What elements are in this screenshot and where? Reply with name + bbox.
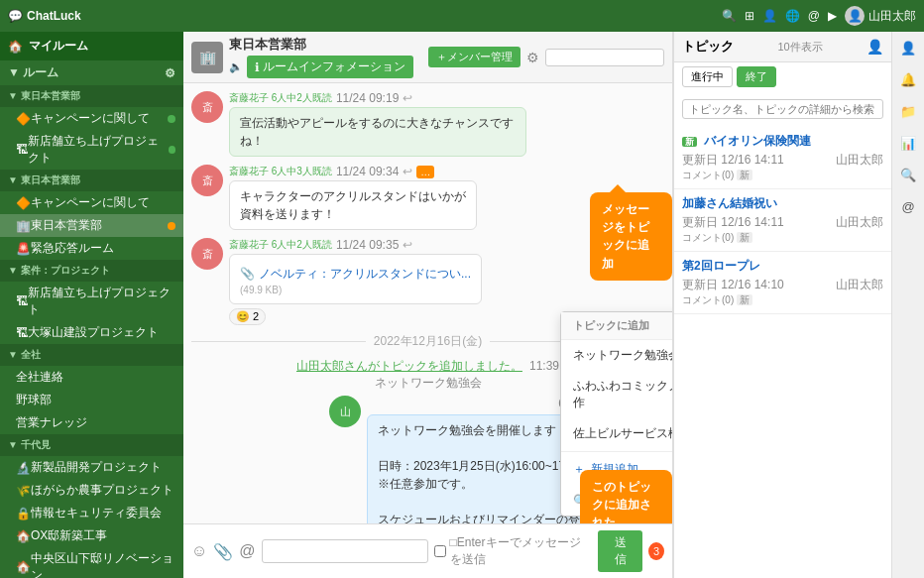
topic-search-input[interactable] bbox=[682, 99, 883, 119]
unread-dot bbox=[169, 146, 175, 154]
reply-icon[interactable]: ↩ bbox=[403, 165, 412, 178]
attachment-icon[interactable]: 📎 bbox=[213, 542, 233, 561]
sidebar-item-renovation[interactable]: 🏠 中央区山下邸リノベーション bbox=[0, 547, 183, 578]
topic-item-comment: コメント(0) 新 bbox=[682, 293, 883, 307]
settings-icon[interactable]: ⚙ bbox=[526, 50, 539, 65]
chat-header-right: ＋メンバー管理 ⚙ bbox=[428, 47, 664, 67]
topic-item[interactable]: 加藤さん結婚祝い 更新日 12/16 14:11 山田太郎 コメント(0) 新 bbox=[674, 189, 891, 252]
topic-panel: トピック 10件表示 👤 進行中 終了 新 バイオリン保険関連 更新日 12/1… bbox=[673, 32, 891, 578]
sidebar-item-ox[interactable]: 🏠 OX邸新築工事 bbox=[0, 524, 183, 547]
right-icon-bell[interactable]: 🔔 bbox=[896, 67, 920, 91]
app-logo: 💬 ChatLuck bbox=[8, 9, 81, 23]
right-panel-icons: 👤 🔔 📁 📊 🔍 @ bbox=[891, 32, 924, 578]
sidebar-item-security[interactable]: 🔒 情報セキュリティ委員会 bbox=[0, 502, 183, 524]
unread-dot bbox=[168, 115, 175, 123]
sidebar-item-emergency[interactable]: 🚨 緊急応答ルーム bbox=[0, 237, 183, 260]
sidebar-item-farm[interactable]: 🌾 ほがらか農事プロジェクト bbox=[0, 479, 183, 502]
topic-item-comment: コメント(0) 新 bbox=[682, 169, 883, 182]
group-all: ▼ 全社 bbox=[0, 344, 183, 366]
room-icon: 🚨 bbox=[16, 242, 31, 256]
system-msg-link[interactable]: 山田太郎さんがトピックを追加しました。 bbox=[296, 359, 522, 373]
member-manage-button[interactable]: ＋メンバー管理 bbox=[428, 47, 520, 67]
attachment[interactable]: 📎 ノベルティ：アクリルスタンドについ... bbox=[240, 265, 471, 283]
room-info-button[interactable]: ℹ ルームインフォメーション bbox=[247, 56, 413, 78]
topic-add-icon[interactable]: … bbox=[416, 166, 434, 178]
topic-item[interactable]: 新 バイオリン保険関連 更新日 12/16 14:11 山田太郎 コメント(0)… bbox=[674, 127, 891, 189]
right-icon-search[interactable]: 🔍 bbox=[896, 163, 920, 186]
room-icon: 🔬 bbox=[16, 461, 31, 475]
right-icon-chart[interactable]: 📊 bbox=[896, 131, 920, 155]
dropdown-item-novelty[interactable]: ふわふわコミックノベルティ制作 bbox=[561, 371, 672, 418]
sender-avatar: 山 bbox=[329, 396, 361, 427]
group-east-japan-2: ▼ 東日本営業部 bbox=[0, 170, 183, 191]
at-mention-icon[interactable]: @ bbox=[239, 542, 255, 560]
read-count-link[interactable]: 斎藤花子 6人中2人既読 bbox=[229, 238, 332, 252]
at-icon[interactable]: @ bbox=[808, 9, 820, 23]
status-done-button[interactable]: 終了 bbox=[737, 66, 776, 87]
user-add-icon[interactable]: 👤 bbox=[866, 39, 883, 55]
sender-avatar: 斎 bbox=[191, 91, 223, 123]
dropdown-item-network[interactable]: ネットワーク勉強会 bbox=[561, 340, 672, 371]
read-count-link[interactable]: 斎藤花子 6人中3人既読 bbox=[229, 165, 332, 178]
sidebar-item-newstore2[interactable]: 🏗 新店舗立ち上げプロジェクト bbox=[0, 282, 183, 321]
home-icon: 🏠 bbox=[8, 40, 23, 54]
search-icon[interactable]: 🔍 bbox=[722, 9, 737, 23]
sidebar-item-construction[interactable]: 🏗 大塚山建設プロジェクト bbox=[0, 321, 183, 344]
room-title-area: 東日本営業部 🔈 ℹ ルームインフォメーション bbox=[229, 36, 413, 78]
room-icon: 🌾 bbox=[16, 484, 31, 498]
top-bar-icons: 🔍 ⊞ 👤 🌐 @ ▶ 👤 山田太郎 bbox=[722, 6, 916, 26]
topic-panel-title: トピック bbox=[682, 38, 734, 56]
new-badge: 新 bbox=[682, 137, 697, 147]
badge-3: 3 bbox=[648, 542, 664, 560]
reply-icon[interactable]: ↩ bbox=[403, 238, 412, 252]
emoji-icon[interactable]: ☺ bbox=[191, 542, 207, 560]
read-count-link[interactable]: 斎藤花子 6人中2人既読 bbox=[229, 91, 332, 105]
top-bar: 💬 ChatLuck 🔍 ⊞ 👤 🌐 @ ▶ 👤 山田太郎 bbox=[0, 0, 924, 32]
chat-area: 🏢 東日本営業部 🔈 ℹ ルームインフォメーション ＋メンバー管理 ⚙ bbox=[183, 32, 673, 578]
grid-icon[interactable]: ⊞ bbox=[745, 9, 754, 23]
chat-search-input[interactable] bbox=[545, 49, 664, 66]
sidebar-item-east-japan[interactable]: 🏢 東日本営業部 bbox=[0, 214, 183, 237]
topic-count: 10件表示 bbox=[777, 40, 822, 55]
right-icon-user[interactable]: 👤 bbox=[896, 36, 920, 59]
message-input[interactable] bbox=[262, 539, 428, 563]
topic-list: 新 バイオリン保険関連 更新日 12/16 14:11 山田太郎 コメント(0)… bbox=[674, 127, 891, 578]
sidebar-item-newstore1[interactable]: 🏗 新店舗立ち上げプロジェクト bbox=[0, 130, 183, 170]
send-button[interactable]: 送信 bbox=[598, 530, 642, 572]
room-icon: 🔶 bbox=[16, 112, 31, 126]
chat-messages[interactable]: 斎 斎藤花子 6人中2人既読 11/24 09:19 ↩ 宣伝活動やアピールをす… bbox=[183, 83, 672, 523]
reply-icon[interactable]: ↩ bbox=[403, 91, 412, 105]
right-icon-at[interactable]: @ bbox=[896, 194, 920, 218]
reaction-button[interactable]: 😊 2 bbox=[229, 308, 266, 325]
status-in-progress-button[interactable]: 進行中 bbox=[682, 66, 733, 87]
arrow-icon[interactable]: ▶ bbox=[828, 9, 837, 23]
sidebar-item-campaign2[interactable]: 🔶 キャンペーンに関して bbox=[0, 191, 183, 214]
sidebar-item-knowledge[interactable]: 営業ナレッジ bbox=[0, 411, 183, 434]
attachment-link[interactable]: ノベルティ：アクリルスタンドについ... bbox=[259, 265, 471, 283]
sidebar-item-newproduct[interactable]: 🔬 新製品開発プロジェクト bbox=[0, 456, 183, 479]
user-menu[interactable]: 👤 山田太郎 bbox=[845, 6, 916, 26]
sidebar-item-campaign1[interactable]: 🔶 キャンペーンに関して bbox=[0, 107, 183, 130]
group-east-japan-1: ▼ 東日本営業部 bbox=[0, 85, 183, 107]
user-icon[interactable]: 👤 bbox=[762, 9, 777, 23]
message-meta: 斎藤花子 6人中2人既読 11/24 09:19 ↩ bbox=[229, 91, 526, 105]
enter-checkbox[interactable] bbox=[434, 545, 446, 557]
topic-item[interactable]: 第2回ロープレ 更新日 12/16 14:10 山田太郎 コメント(0) 新 bbox=[674, 252, 891, 314]
sidebar-rooms-header[interactable]: ▼ ルーム ⚙ bbox=[0, 60, 183, 85]
message-bubble: 📎 ノベルティ：アクリルスタンドについ... (49.9 KB) bbox=[229, 254, 482, 304]
room-title: 東日本営業部 bbox=[229, 36, 413, 54]
sidebar-mailroom[interactable]: 🏠 マイルーム bbox=[0, 32, 183, 60]
sidebar-item-allstaff[interactable]: 全社連絡 bbox=[0, 366, 183, 389]
right-icon-folder[interactable]: 📁 bbox=[896, 99, 920, 123]
room-icon: 🔒 bbox=[16, 507, 31, 520]
sender-avatar: 斎 bbox=[191, 165, 223, 196]
speaker-icon: 🔈 bbox=[229, 60, 243, 73]
room-icon: 🏗 bbox=[16, 326, 28, 340]
globe-icon[interactable]: 🌐 bbox=[785, 9, 800, 23]
sidebar-rooms-gear[interactable]: ⚙ bbox=[165, 66, 175, 80]
dropdown-item-building[interactable]: 佐上ビルサービス様について bbox=[561, 418, 672, 449]
message-bubble: 宣伝活動やアピールをするのに大きなチャンスですね！ bbox=[229, 107, 526, 157]
callout-added-messages: このトピックに追加されたメッセージ bbox=[580, 470, 672, 523]
dropdown-header: トピックに追加 bbox=[561, 312, 672, 340]
sidebar-item-baseball[interactable]: 野球部 bbox=[0, 389, 183, 411]
